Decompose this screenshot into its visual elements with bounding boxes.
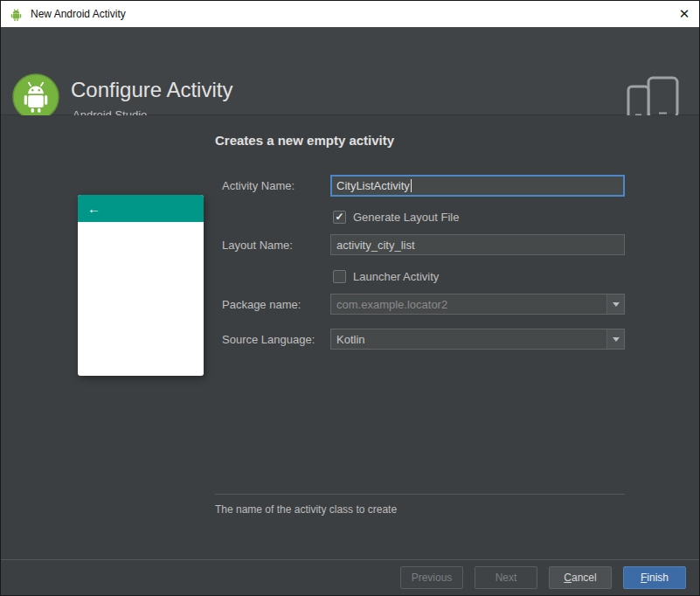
layout-name-input[interactable]: activity_city_list xyxy=(330,234,625,255)
finish-button[interactable]: Finish xyxy=(623,566,686,589)
wizard-content: Creates a new empty activity ← Activity … xyxy=(1,115,699,561)
preview-appbar: ← xyxy=(78,195,204,222)
checkmark-icon: ✓ xyxy=(335,211,343,222)
source-language-label: Source Language: xyxy=(222,333,315,346)
activity-name-input[interactable]: CityListActivity xyxy=(330,175,625,197)
launcher-activity-checkbox[interactable] xyxy=(333,270,346,283)
source-language-combobox[interactable]: Kotlin xyxy=(330,329,625,350)
window-titlebar: New Android Activity ✕ xyxy=(1,1,699,27)
launcher-activity-row: Launcher Activity xyxy=(333,270,439,283)
cancel-button[interactable]: Cancel xyxy=(549,566,612,589)
previous-button[interactable]: Previous xyxy=(400,566,463,589)
help-text: The name of the activity class to create xyxy=(215,503,397,516)
back-arrow-icon: ← xyxy=(87,201,100,216)
chevron-down-icon xyxy=(613,337,620,342)
next-button[interactable]: Next xyxy=(475,566,537,589)
android-studio-logo-icon xyxy=(12,73,59,121)
generate-layout-row: ✓ Generate Layout File xyxy=(333,211,459,224)
wizard-title: Configure Activity xyxy=(71,78,232,102)
new-android-activity-dialog: New Android Activity ✕ xyxy=(0,0,700,596)
text-caret xyxy=(411,179,412,192)
close-button[interactable]: ✕ xyxy=(669,1,699,27)
package-name-combobox[interactable]: com.example.locator2 xyxy=(330,294,625,315)
launcher-activity-label[interactable]: Launcher Activity xyxy=(353,270,439,283)
package-name-label: Package name: xyxy=(222,298,301,311)
button-bar: Previous Next Cancel Finish xyxy=(1,559,699,595)
package-name-value: com.example.locator2 xyxy=(331,298,606,311)
close-icon: ✕ xyxy=(679,6,690,22)
activity-name-value: CityListActivity xyxy=(336,179,410,192)
generate-layout-label[interactable]: Generate Layout File xyxy=(353,211,459,224)
language-dropdown-button[interactable] xyxy=(606,329,624,349)
page-title: Creates a new empty activity xyxy=(215,133,394,148)
separator xyxy=(215,494,625,495)
wizard-header: Configure Activity Android Studio xyxy=(1,27,699,115)
activity-preview: ← xyxy=(78,195,204,376)
layout-name-value: activity_city_list xyxy=(336,239,415,252)
source-language-value: Kotlin xyxy=(331,333,606,346)
layout-name-label: Layout Name: xyxy=(222,239,293,252)
window-title: New Android Activity xyxy=(31,8,126,20)
chevron-down-icon xyxy=(613,302,620,307)
package-dropdown-button[interactable] xyxy=(606,295,624,314)
generate-layout-checkbox[interactable]: ✓ xyxy=(333,211,346,224)
android-icon xyxy=(9,7,24,22)
activity-name-label: Activity Name: xyxy=(222,179,295,192)
